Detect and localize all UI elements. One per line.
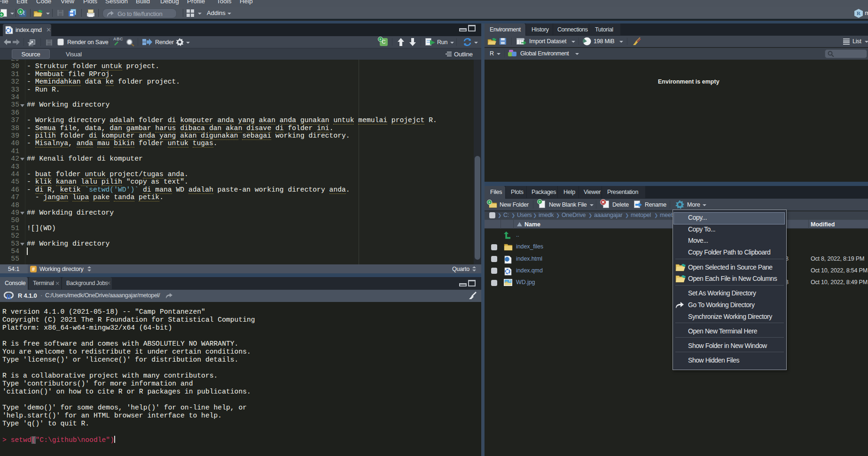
svg-text:R: R (857, 10, 861, 16)
svg-text:R: R (7, 293, 12, 300)
